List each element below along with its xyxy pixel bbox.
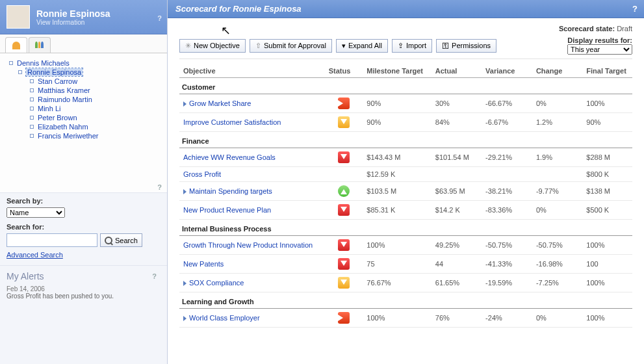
actual-cell: $63.95 M [431,182,482,201]
group-icon [35,42,44,49]
alert-message: Gross Profit has been pushed to you. [6,292,161,300]
status-cell [325,167,363,182]
tree-node-label: Stan Carrow [38,77,77,85]
permissions-button[interactable]: ⚿Permissions [436,39,496,53]
final-cell: 100 [582,255,632,274]
objective-link[interactable]: SOX Compliance [183,279,244,287]
tree-dot-icon [30,107,34,110]
actual-cell: 30% [431,94,482,113]
tree-dot-icon [30,88,34,92]
panel-help-icon[interactable]: ? [0,182,167,192]
objective-link[interactable]: Growth Through New Product Innovation [183,241,313,249]
scorecard-header: Scorecard for Ronnie Espinosa ? [168,0,644,18]
actual-cell: 44 [431,255,482,274]
tree-node[interactable]: Minh Li [30,104,163,113]
status-red-down-icon [338,204,350,216]
section-header: Internal Business Process [179,220,632,236]
tree-dot-icon [9,61,13,65]
alerts-help-icon[interactable]: ? [147,271,162,281]
final-cell: 100% [582,236,632,255]
col-final: Final Target [582,64,632,78]
search-icon [105,237,112,244]
actual-cell: 84% [431,113,482,132]
status-yellow-icon [338,116,350,128]
tree-node[interactable]: Peter Brown [30,113,163,122]
display-results-select[interactable]: This year [567,44,632,55]
status-yellow-icon [338,277,350,289]
tab-person[interactable] [5,37,27,53]
variance-cell: -24% [482,309,532,328]
status-cell [325,236,363,255]
alerts-title: My Alerts [6,271,161,281]
search-by-select[interactable]: Name [6,207,65,218]
tree-dot-icon [18,70,22,74]
status-cell [325,113,363,132]
submit-icon: ⇧ [255,42,261,50]
objective-row: Growth Through New Product Innovation100… [179,236,632,255]
change-cell: -16.98% [532,255,582,274]
tree-node[interactable]: Matthias Kramer [30,86,163,95]
objective-row: Improve Customer Satisfaction90%84%-6.67… [179,113,632,132]
tree-node-label: Elizabeth Nahm [38,123,88,131]
status-red-down-icon [338,258,350,270]
tree-node[interactable]: Raimundo Martin [30,95,163,104]
import-icon: ⇪ [398,42,404,50]
variance-cell: -66.67% [482,94,532,113]
col-objective: Objective [179,64,325,78]
expand-icon[interactable] [183,281,187,286]
avatar [6,5,30,29]
expand-icon[interactable] [183,101,187,107]
expand-icon[interactable] [183,316,187,321]
final-cell: 100% [582,309,632,328]
objective-link[interactable]: New Product Revenue Plan [183,206,271,214]
status-red-down-icon [338,151,350,163]
scorecard-title: Scorecard for Ronnie Espinosa [175,4,302,14]
objective-link[interactable]: World Class Employer [183,314,260,322]
objective-row: Gross Profit$12.59 K$800 K [179,167,632,182]
help-icon[interactable]: ? [157,14,162,22]
display-results-label: Display results for: [567,36,632,44]
advanced-search-link[interactable]: Advanced Search [6,251,63,259]
tree-node[interactable]: Elizabeth Nahm [30,122,163,131]
tab-group[interactable] [29,37,51,53]
objective-link[interactable]: Improve Customer Satisfaction [183,118,281,126]
objective-row: Grow Market Share90%30%-66.67%0%100% [179,94,632,113]
alert-date: Feb 14, 2006 [6,285,161,292]
import-button[interactable]: ⇪Import [392,39,432,53]
profile-name: Ronnie Espinosa [36,8,110,19]
expand-all-button[interactable]: ▾Expand All [336,39,388,53]
search-input[interactable] [6,233,97,247]
tree-node[interactable]: Francis Meriwether [30,131,163,140]
status-red-right-icon [338,98,350,109]
milestone-cell: $12.59 K [363,167,431,182]
final-cell: $800 K [582,167,632,182]
objective-link[interactable]: New Patents [183,260,224,268]
objective-link[interactable]: Maintain Spending targets [183,187,272,195]
objective-link[interactable]: Grow Market Share [183,99,251,107]
variance-cell: -19.59% [482,274,532,292]
section-title: Learning and Growth [179,292,632,309]
view-information-link[interactable]: View Information [36,19,110,26]
section-header: Customer [179,78,632,94]
expand-icon[interactable] [183,189,187,194]
tree-dot-icon [30,79,34,83]
submit-approval-button[interactable]: ⇧Submit for Approval [250,39,332,53]
change-cell: 1.2% [532,113,582,132]
tree-node[interactable]: Stan Carrow [30,77,163,86]
search-button[interactable]: Search [100,233,142,247]
tree-node[interactable]: Ronnie Espinosa [18,68,163,77]
header-help-icon[interactable]: ? [632,4,638,14]
objective-link[interactable]: Gross Profit [183,170,221,178]
change-cell: -50.75% [532,236,582,255]
scorecard-table: Objective Status Milestone Target Actual… [179,64,632,328]
variance-cell: -29.21% [482,148,532,167]
star-icon: ✳ [185,42,191,50]
search-by-label: Search by: [6,197,161,205]
final-cell: 100% [582,274,632,292]
variance-cell: -41.33% [482,255,532,274]
objective-link[interactable]: Achieve WW Revenue Goals [183,153,276,161]
tree-node-label: Dennis Michaels [17,59,70,67]
status-red-right-icon [338,312,350,324]
tree-node[interactable]: Dennis Michaels [9,58,163,68]
new-objective-button[interactable]: ✳New Objective [179,39,246,53]
